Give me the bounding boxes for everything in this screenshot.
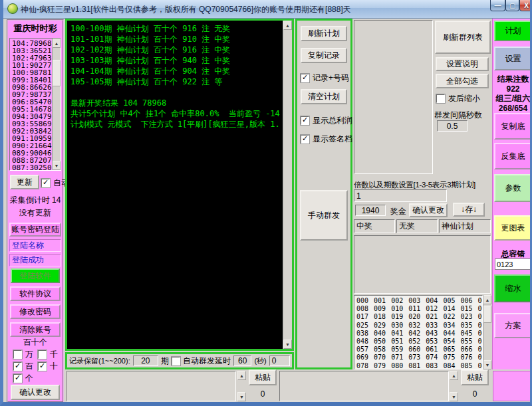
save-button[interactable]: ↓存↓ [453,203,485,217]
seconds-label: (秒) [254,356,266,366]
shi-checkbox-row[interactable]: 十 [38,361,58,372]
auto-delay-checkbox[interactable] [172,357,180,365]
win-text-field[interactable]: 中奖 [354,219,395,233]
no-update-text: 没有更新 [8,207,63,219]
scroll-thumb[interactable] [53,60,61,86]
shrink-after-send-checkbox[interactable] [436,94,445,103]
collect-countdown-text: 采集倒计时 14 [8,195,63,206]
paste-right-button[interactable]: 粘贴 [461,369,489,385]
params-button[interactable]: 参数 [494,174,532,202]
paste-left-button[interactable]: 粘贴 [249,369,277,385]
signature-box[interactable] [354,235,491,294]
clear-account-button[interactable]: 清除账号 [10,322,61,337]
wan-checkbox-row[interactable]: 万 [13,349,33,360]
record-number-checkbox[interactable] [301,74,309,82]
refresh-group-list-button[interactable]: 刷新群列表 [435,21,491,54]
plan-button[interactable]: 计划 [494,21,532,41]
scroll-up-icon[interactable]: ▲ [53,39,61,48]
results-scrollbar[interactable]: ▲ ▼ [52,39,61,170]
plan-terminal[interactable]: 100-100期 神仙计划 百十个 916 注 无奖 101-101期 神仙计划… [65,19,294,351]
terminal-scroll-up-icon[interactable]: ▲ [283,21,292,30]
right-down-icon[interactable]: ▼ [450,392,458,401]
right-updown[interactable]: ▲ ▼ [450,371,458,401]
grid-scroll-up-icon[interactable]: ▲ [483,295,491,304]
show-signature-checkbox-row[interactable]: 显示签名档 [301,134,352,145]
left-updown[interactable]: ▲ ▼ [237,371,246,401]
shrink-after-send-row[interactable]: 发后缩小 [436,93,480,104]
qian-label: 千 [50,349,58,360]
clear-plan-button[interactable]: 清空计划 [301,89,347,104]
show-profit-checkbox[interactable] [301,116,309,125]
chart-button[interactable]: 更图表 [494,215,532,241]
record-number-checkbox-row[interactable]: 记录+号码 [301,72,349,84]
qian-checkbox[interactable] [38,350,47,359]
paste-right-textbox[interactable] [279,371,449,401]
shi-label: 十 [50,361,58,372]
minimize-button[interactable]: — [490,0,505,11]
interval-input[interactable]: 0.5 [437,120,467,132]
grid-scroll-thumb[interactable] [483,306,491,323]
group-listbox[interactable] [354,20,433,174]
shrink-button[interactable]: 缩水 [494,274,532,302]
qian-checkbox-row[interactable]: 千 [38,349,58,360]
auto-delay-label: 自动群发延时 [183,355,231,367]
update-button[interactable]: 更新 [10,175,39,189]
auto-checkbox[interactable] [41,179,50,187]
shrink-after-send-label: 发后缩小 [448,93,480,104]
change-password-button[interactable]: 修改密码 [10,304,61,319]
show-profit-checkbox-row[interactable]: 显示总利润 [301,115,352,126]
results-list[interactable]: 104:78968 103:36521 102:47963 101:90277 … [12,40,52,171]
window-title: 神仙-疯狂三星v1.31[软件出号仅供参考，版权所有 QQ709054766]你… [21,4,351,15]
wan-checkbox[interactable] [13,350,22,359]
results-listbox[interactable]: 104:78968 103:36521 102:47963 101:90277 … [9,38,61,171]
bai-checkbox[interactable] [13,362,22,371]
title-bar[interactable]: 神仙-疯狂三星v1.31[软件出号仅供参考，版权所有 QQ709054766]你… [3,0,530,19]
interval-label: 群发间隔秒数 [434,110,482,121]
settings-button[interactable]: 设置 [494,47,532,70]
copy-record-button[interactable]: 复制记录 [301,48,347,63]
lottery-title: 重庆时时彩 [8,23,63,35]
show-signature-checkbox[interactable] [301,135,309,144]
close-button[interactable]: X [519,0,532,11]
manual-send-button[interactable]: 手动群发 [300,190,348,241]
login-name-field[interactable]: 登陆名称 [9,239,61,252]
confirm-prize-button[interactable]: 确认更改 [409,203,448,217]
refresh-plan-button[interactable]: 刷新计划 [301,26,347,41]
record-keep-input[interactable]: 20 [133,355,158,366]
scheme-button[interactable]: 方案 [494,313,532,338]
no-win-text-field[interactable]: 无奖 [396,219,438,233]
maximize-button[interactable]: ▢ [505,0,519,11]
anti-base-button[interactable]: 反集底 [494,143,532,169]
app-icon [7,3,18,14]
prize-input[interactable]: 1940 [355,205,386,216]
paste-left-textbox[interactable] [66,371,236,401]
terminal-scrollbar[interactable]: ▲ ▼ [283,21,292,349]
tolerance-input[interactable]: 0123 [495,258,531,270]
delay-seconds-input[interactable]: 60 [233,355,251,366]
bai-checkbox-row[interactable]: 百 [13,361,33,372]
copy-base-button[interactable]: 复制底 [494,113,532,140]
extra-delay-input[interactable]: 0 [269,355,290,366]
grid-scroll-down-icon[interactable]: ▼ [483,360,491,369]
right-up-icon[interactable]: ▲ [450,371,458,380]
ge-checkbox[interactable] [13,374,22,383]
left-down-icon[interactable]: ▼ [237,392,246,401]
plan-name-field[interactable]: 神仙计划 [439,219,491,233]
setting-help-button[interactable]: 设置说明 [436,57,489,71]
terminal-scroll-down-icon[interactable]: ▼ [283,340,292,349]
shi-checkbox[interactable] [38,362,47,371]
bai-label: 百 [25,361,33,372]
login-software-button[interactable]: 登陆软件 [11,268,60,283]
paste-right-count: 0 [461,389,489,399]
ge-checkbox-row[interactable]: 个 [13,373,33,384]
scroll-down-icon[interactable]: ▼ [53,161,61,170]
number-grid[interactable]: 000 001 002 003 004 005 006 007 008 009 … [354,295,483,369]
multiple-input[interactable]: 1 [354,189,447,202]
confirm-digit-button[interactable]: 确认更改 [11,385,60,400]
grid-scrollbar[interactable]: ▲ ▼ [483,295,491,369]
left-up-icon[interactable]: ▲ [237,371,246,380]
account-login-button[interactable]: 账号密码登陆 [9,223,61,237]
agreement-button[interactable]: 软件协议 [10,286,61,301]
result-count-text: 结果注数 922 组三/组六 268/654 [493,74,532,113]
check-all-button[interactable]: 全部勾选 [436,74,489,88]
